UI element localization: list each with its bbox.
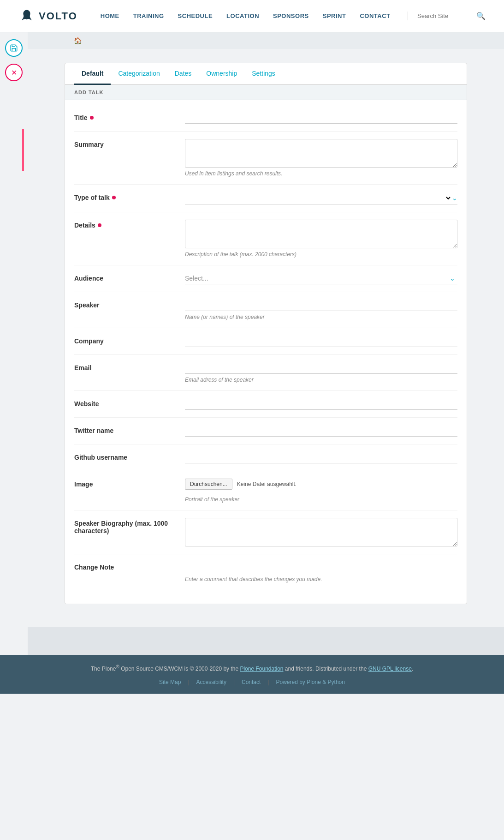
footer-sitemap-link[interactable]: Site Map (159, 679, 181, 685)
field-row-details: Details Description of the talk (max. 20… (74, 212, 457, 265)
nav-contact[interactable]: CONTACT (360, 12, 390, 19)
browse-button[interactable]: Durchsuchen... (185, 479, 232, 490)
speaker-hint: Name (or names) of the speaker (185, 314, 457, 320)
title-input[interactable] (185, 112, 457, 124)
logo-text: VOLTO (39, 10, 77, 22)
field-right-website (185, 398, 457, 410)
tab-categorization[interactable]: Categorization (111, 63, 167, 85)
nav-training[interactable]: TRAINING (133, 12, 164, 19)
plone-foundation-link[interactable]: Plone Foundation (240, 666, 283, 672)
footer-powered-link[interactable]: Powered by Plone & Python (276, 679, 345, 685)
field-row-title: Title (74, 105, 457, 132)
add-talk-header: ADD TALK (65, 85, 467, 100)
field-row-github: Github username (74, 444, 457, 471)
summary-hint: Used in item listings and search results… (185, 170, 457, 177)
field-right-summary: Used in item listings and search results… (185, 139, 457, 177)
details-textarea[interactable] (185, 220, 457, 248)
main-content: Default Categorization Dates Ownership S… (28, 49, 504, 618)
type-select[interactable] (185, 192, 452, 204)
footer-contact-link[interactable]: Contact (242, 679, 261, 685)
tab-settings[interactable]: Settings (244, 63, 283, 85)
change-note-input[interactable] (185, 562, 457, 573)
field-row-company: Company (74, 328, 457, 355)
field-label-bio: Speaker Biography (max. 1000 characters) (74, 518, 185, 534)
audience-select[interactable]: Select... (185, 273, 457, 284)
header: VOLTO HOME TRAINING SCHEDULE LOCATION SP… (0, 0, 504, 32)
close-button[interactable]: ✕ (5, 64, 23, 81)
field-row-bio: Speaker Biography (max. 1000 characters) (74, 510, 457, 554)
main-nav: HOME TRAINING SCHEDULE LOCATION SPONSORS… (101, 12, 408, 19)
website-input[interactable] (185, 398, 457, 410)
field-label-website: Website (74, 398, 185, 408)
nav-sprint[interactable]: SPRINT (323, 12, 346, 19)
nav-schedule[interactable]: SCHEDULE (178, 12, 213, 19)
field-row-type: Type of talk ⌄ (74, 185, 457, 212)
required-indicator (90, 116, 94, 120)
file-input-area: Durchsuchen... Keine Datei ausgewählt. (185, 479, 457, 490)
field-label-type: Type of talk (74, 192, 185, 201)
field-label-details: Details (74, 220, 185, 229)
email-input[interactable] (185, 362, 457, 374)
field-label-change-note: Change Note (74, 562, 185, 571)
email-hint: Email adress of the speaker (185, 377, 457, 383)
field-right-speaker: Name (or names) of the speaker (185, 300, 457, 320)
close-icon: ✕ (11, 68, 17, 77)
bio-textarea[interactable] (185, 518, 457, 546)
field-label-summary: Summary (74, 139, 185, 148)
form-body: Title Summary Used in item listings and … (65, 100, 467, 604)
change-note-hint: Enter a comment that describes the chang… (185, 576, 457, 582)
nav-location[interactable]: LOCATION (226, 12, 259, 19)
company-input[interactable] (185, 336, 457, 347)
section-title: ADD TALK (74, 90, 103, 95)
chevron-down-icon: ⌄ (452, 194, 457, 202)
footer: The Plone® Open Source CMS/WCM is © 2000… (0, 655, 504, 694)
field-row-email: Email Email adress of the speaker (74, 355, 457, 391)
type-select-wrapper: ⌄ (185, 192, 457, 204)
field-right-image: Durchsuchen... Keine Datei ausgewählt. P… (185, 479, 457, 503)
speaker-input[interactable] (185, 300, 457, 311)
save-icon (10, 44, 18, 52)
logo-icon (18, 8, 35, 24)
gpl-link[interactable]: GNU GPL license (368, 666, 412, 672)
tab-default[interactable]: Default (74, 63, 111, 85)
twitter-input[interactable] (185, 425, 457, 437)
field-row-change-note: Change Note Enter a comment that describ… (74, 554, 457, 590)
summary-textarea[interactable] (185, 139, 457, 168)
search-area: 🔍 (408, 12, 486, 20)
field-row-summary: Summary Used in item listings and search… (74, 132, 457, 185)
tab-ownership[interactable]: Ownership (199, 63, 244, 85)
field-row-twitter: Twitter name (74, 418, 457, 444)
nav-sponsors[interactable]: SPONSORS (273, 12, 309, 19)
nav-home[interactable]: HOME (101, 12, 119, 19)
field-right-email: Email adress of the speaker (185, 362, 457, 383)
field-right-type: ⌄ (185, 192, 457, 204)
home-icon[interactable]: 🏠 (74, 37, 82, 44)
search-icon[interactable]: 🔍 (476, 12, 486, 20)
field-label-github: Github username (74, 452, 185, 461)
field-label-image: Image (74, 479, 185, 488)
footer-accessibility-link[interactable]: Accessibility (196, 679, 226, 685)
field-right-company (185, 336, 457, 347)
gray-bar (28, 627, 504, 655)
field-row-speaker: Speaker Name (or names) of the speaker (74, 292, 457, 328)
save-button[interactable] (5, 39, 23, 57)
field-label-audience: Audience (74, 273, 185, 282)
field-right-change-note: Enter a comment that describes the chang… (185, 562, 457, 582)
footer-links: Site Map | Accessibility | Contact | Pow… (18, 679, 486, 685)
field-label-twitter: Twitter name (74, 425, 185, 434)
field-right-bio (185, 518, 457, 546)
github-input[interactable] (185, 452, 457, 463)
field-right-twitter (185, 425, 457, 437)
sidebar: ✕ (0, 32, 28, 81)
tab-dates[interactable]: Dates (167, 63, 199, 85)
tabs: Default Categorization Dates Ownership S… (65, 63, 467, 85)
field-label-company: Company (74, 336, 185, 345)
field-label-title: Title (74, 112, 185, 121)
field-row-audience: Audience Select... ⌄ (74, 265, 457, 292)
search-input[interactable] (417, 12, 473, 19)
footer-text: The Plone® Open Source CMS/WCM is © 2000… (18, 663, 486, 673)
field-label-speaker: Speaker (74, 300, 185, 309)
field-right-title (185, 112, 457, 124)
required-indicator (98, 223, 101, 227)
required-indicator (112, 196, 116, 199)
